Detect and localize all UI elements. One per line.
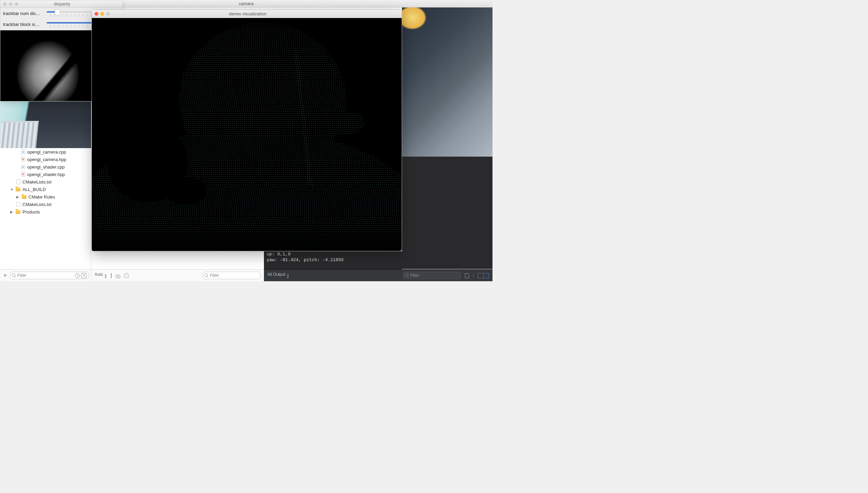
text-file-icon <box>16 179 20 184</box>
variables-scope-auto[interactable]: Auto ▲▼ <box>95 272 107 279</box>
add-button[interactable]: + <box>2 272 8 279</box>
updown-icon: ▲▼ <box>104 273 107 279</box>
clear-console-icon[interactable] <box>464 273 469 278</box>
project-navigator[interactable]: copengl_camera.cpphopengl_camera.hppcope… <box>0 148 91 269</box>
trackbar-label: trackbar num dis… <box>3 11 44 16</box>
text-file-icon <box>16 202 20 207</box>
point-cloud-viewport[interactable] <box>92 18 402 251</box>
camera-title: camara <box>239 1 253 6</box>
cpp-file-icon: c <box>21 164 25 169</box>
tree-item-label: CMakeLists.txt <box>22 179 51 185</box>
variables-bottom-bar: Auto ▲▼ | Filter <box>91 269 264 281</box>
camera-left-feed <box>0 101 91 148</box>
console-output-scope[interactable]: All Output ▲▼ <box>267 272 289 279</box>
stereo-title: stereo visualization <box>110 11 402 16</box>
camera-right-dark <box>402 157 493 269</box>
variables-filter-field[interactable]: Filter <box>203 272 261 279</box>
console-filter-field[interactable]: Filter <box>403 272 461 279</box>
folder-row[interactable]: ▶Products <box>0 208 91 216</box>
variables-filter-placeholder: Filter <box>210 273 219 278</box>
console-filter-placeholder: Filter <box>410 273 419 278</box>
folder-icon <box>16 210 20 214</box>
folder-icon <box>16 188 20 191</box>
cpp-file-icon: c <box>21 149 25 154</box>
camera-right-feed <box>402 7 493 157</box>
disparity-title: disparity <box>18 1 122 6</box>
disclosure-triangle-icon[interactable]: ▼ <box>10 188 14 191</box>
tree-item-label: CMake Rules <box>29 194 55 200</box>
navigator-filter-field[interactable]: Filter <box>10 272 89 279</box>
hpp-file-icon: h <box>21 157 25 162</box>
stereo-titlebar[interactable]: stereo visualization <box>92 10 402 18</box>
tree-item-label: opengl_camera.hpp <box>27 157 66 162</box>
tree-item-label: CMakeLists.txt <box>22 202 51 207</box>
console-bottom-bar: All Output ▲▼ Filter | <box>264 269 493 281</box>
updown-icon: ▲▼ <box>286 273 289 279</box>
radiator-shape <box>0 121 39 148</box>
quicklook-icon[interactable] <box>115 275 120 278</box>
tree-item-label: ALL_BUILD <box>22 187 46 192</box>
traffic-lights[interactable] <box>0 2 18 6</box>
file-row[interactable]: copengl_shader.cpp <box>0 163 91 171</box>
search-icon <box>12 273 16 277</box>
file-row[interactable]: CMakeLists.txt <box>0 178 91 186</box>
zoom-icon[interactable] <box>106 12 110 16</box>
traffic-lights[interactable] <box>92 12 110 16</box>
hpp-file-icon: h <box>21 172 25 177</box>
navigator-filter-placeholder: Filter <box>17 273 27 278</box>
minimize-icon[interactable] <box>100 12 104 16</box>
tree-item-label: opengl_shader.hpp <box>27 172 65 177</box>
file-row[interactable]: copengl_camera.cpp <box>0 148 91 156</box>
folder-row[interactable]: ▼ALL_BUILD <box>0 186 91 193</box>
navigator-bottom-bar: + Filter <box>0 269 91 281</box>
trackbar-label: trackbar block si… <box>3 22 44 27</box>
recent-icon[interactable] <box>75 273 80 278</box>
disparity-titlebar[interactable]: disparity <box>0 0 122 8</box>
debug-area-layout-toggle[interactable] <box>478 273 489 278</box>
search-icon <box>204 273 208 277</box>
print-description-icon[interactable] <box>124 273 129 278</box>
file-row[interactable]: hopengl_shader.hpp <box>0 171 91 178</box>
tree-item-label: Products <box>22 209 40 214</box>
stereo-visualization-window[interactable]: stereo visualization <box>91 10 402 251</box>
search-icon <box>405 273 409 277</box>
disclosure-triangle-icon[interactable]: ▶ <box>10 210 14 214</box>
disparity-map-image <box>0 30 91 101</box>
tree-item-label: opengl_camera.cpp <box>27 149 66 155</box>
file-row[interactable]: hopengl_camera.hpp <box>0 156 91 163</box>
debug-console[interactable]: up: 0,1,0 yaw: -91.424, pitch: -4.11855 <box>264 251 402 269</box>
close-icon[interactable] <box>95 12 98 16</box>
folder-icon <box>22 195 27 199</box>
folder-row[interactable]: ▶CMake Rules <box>0 193 91 201</box>
scm-filter-icon[interactable] <box>81 273 86 278</box>
file-row[interactable]: CMakeLists.txt <box>0 201 91 208</box>
disclosure-triangle-icon[interactable]: ▶ <box>16 195 20 199</box>
tree-item-label: opengl_shader.cpp <box>27 164 65 170</box>
